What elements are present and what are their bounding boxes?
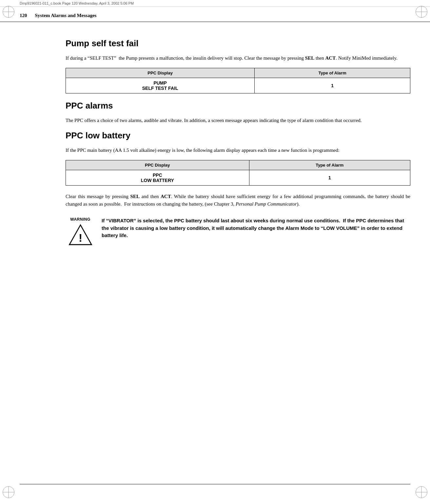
- page-number: 120: [20, 13, 27, 18]
- table2-cell-alarm: 1: [249, 170, 410, 185]
- pump-self-test-body: If during a “SELF TEST” the Pump present…: [66, 54, 410, 62]
- section-heading-ppc-low-battery: PPC low battery: [66, 131, 410, 141]
- header-title: System Alarms and Messages: [35, 13, 97, 18]
- warning-triangle-icon: !: [68, 224, 93, 246]
- reg-mark-bottom-right: [416, 486, 427, 498]
- section-heading-ppc-alarms: PPC alarms: [66, 101, 410, 111]
- ppc-low-battery-body2: Clear this message by pressing SEL and t…: [66, 193, 410, 208]
- page-footer: [20, 484, 410, 484]
- reg-mark-top-right: [416, 6, 427, 18]
- svg-text:!: !: [78, 232, 82, 244]
- warning-text: If “VIBRATOR” is selected, the PPC batte…: [102, 217, 410, 239]
- table2-header-display: PPC Display: [66, 160, 249, 170]
- page-container: Dmp9196021-011_c.book Page 120 Wednesday…: [0, 0, 430, 504]
- ppc-alarms-body: The PPC offers a choice of two alarms, a…: [66, 117, 410, 124]
- page-header: 120 System Alarms and Messages: [0, 7, 430, 22]
- table1-cell-display: PUMPSELF TEST FAIL: [66, 78, 255, 93]
- file-info-bar: Dmp9196021-011_c.book Page 120 Wednesday…: [0, 0, 430, 7]
- section-heading-pump-self-test: Pump self test fail: [66, 38, 410, 49]
- warning-label: WARNING: [70, 217, 90, 222]
- file-info-text: Dmp9196021-011_c.book Page 120 Wednesday…: [20, 1, 134, 5]
- table2-cell-display: PPCLOW BATTERY: [66, 170, 249, 185]
- table1-header-display: PPC Display: [66, 68, 255, 78]
- ppc-low-battery-table: PPC Display Type of Alarm PPCLOW BATTERY…: [66, 160, 410, 186]
- table1-header-alarm: Type of Alarm: [255, 68, 410, 78]
- content-area: Pump self test fail If during a “SELF TE…: [0, 22, 430, 265]
- reg-mark-bottom-left: [3, 486, 14, 498]
- warning-icon-container: WARNING !: [66, 217, 95, 246]
- pump-self-test-table: PPC Display Type of Alarm PUMPSELF TEST …: [66, 68, 410, 93]
- table-row: PPCLOW BATTERY 1: [66, 170, 410, 185]
- warning-box: WARNING ! If “VIBRATOR” is selected, the…: [66, 217, 410, 246]
- ppc-low-battery-body1: If the PPC main battery (AA 1.5 volt alk…: [66, 147, 410, 154]
- reg-mark-top-left: [3, 6, 14, 18]
- table1-cell-alarm: 1: [255, 78, 410, 93]
- table2-header-alarm: Type of Alarm: [249, 160, 410, 170]
- table-row: PUMPSELF TEST FAIL 1: [66, 78, 410, 93]
